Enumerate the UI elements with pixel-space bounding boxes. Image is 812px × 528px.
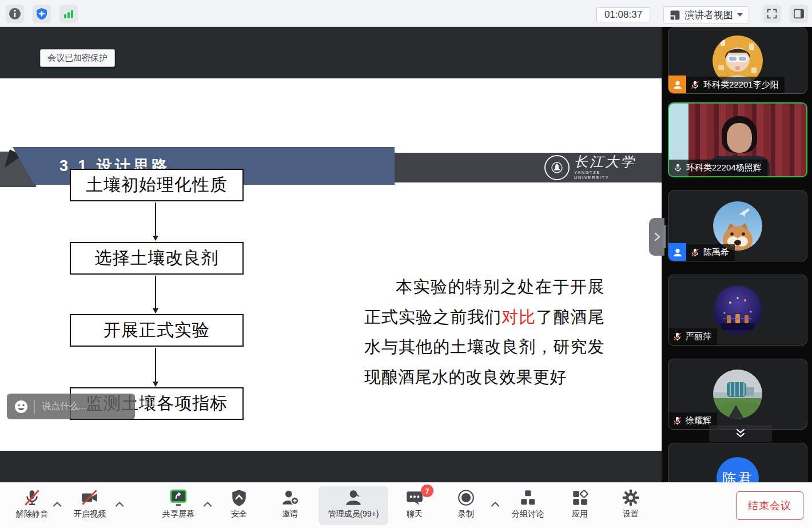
person-icon xyxy=(672,247,683,257)
chevron-right-icon xyxy=(653,232,661,242)
info-icon xyxy=(8,7,22,21)
button-label: 邀请 xyxy=(282,509,298,519)
flow-step-1: 土壤初始理化性质 xyxy=(70,169,244,201)
mic-muted-icon xyxy=(23,489,41,507)
unmute-button[interactable]: 解除静音 xyxy=(10,488,54,519)
button-label: 分组讨论 xyxy=(512,509,544,519)
meeting-window: 01:08:37 演讲者视图 会议已加密保护 xyxy=(0,0,812,528)
apps-icon xyxy=(571,489,589,507)
participant-tile-active-speaker[interactable]: 环科类22204杨照辉 xyxy=(668,102,807,177)
start-video-button[interactable]: 开启视频 xyxy=(68,488,112,519)
view-mode-selector[interactable]: 演讲者视图 xyxy=(663,6,749,23)
chevron-double-down-icon xyxy=(734,428,747,439)
record-icon xyxy=(457,489,475,507)
button-label: 共享屏幕 xyxy=(162,509,194,519)
button-label: 开启视频 xyxy=(74,509,106,519)
apps-button[interactable]: 应用 xyxy=(563,488,597,519)
button-label: 设置 xyxy=(623,509,639,519)
mic-muted-icon xyxy=(672,416,682,426)
panel-right-icon xyxy=(793,7,805,20)
meeting-toolbar: 解除静音 开启视频 xyxy=(0,482,812,528)
fullscreen-button[interactable] xyxy=(763,5,781,23)
button-label: 安全 xyxy=(231,509,247,519)
end-meeting-label: 结束会议 xyxy=(748,499,791,513)
breakout-rooms-button[interactable]: 分组讨论 xyxy=(507,488,549,519)
signal-bars-icon xyxy=(62,7,75,21)
share-screen-icon xyxy=(169,489,188,507)
encryption-tooltip: 会议已加密保护 xyxy=(40,49,115,67)
participant-tile[interactable]: 环科类22201李少阳 xyxy=(668,27,807,94)
flow-step-2: 选择土壤改良剂 xyxy=(70,242,244,275)
participant-name: 严丽萍 xyxy=(686,331,711,342)
participant-name: 环科类22204杨照辉 xyxy=(686,162,762,173)
paragraph-text-highlight: 对比 xyxy=(501,308,536,326)
meeting-timer: 01:08:37 xyxy=(596,7,650,22)
participant-tile[interactable]: 徐耀辉 xyxy=(668,359,807,430)
security-button[interactable]: 安全 xyxy=(222,488,256,519)
security-shield-icon xyxy=(230,489,248,507)
mic-muted-icon xyxy=(690,80,700,90)
divider xyxy=(34,400,35,414)
flow-arrow-2 xyxy=(155,276,156,313)
participant-tile[interactable]: 严丽萍 xyxy=(668,275,807,346)
button-label: 管理成员(99+) xyxy=(328,509,379,519)
record-options-caret[interactable] xyxy=(491,499,500,510)
sidebar-toggle-button[interactable] xyxy=(790,5,808,23)
avatar xyxy=(713,285,762,335)
participants-scroll-down-button[interactable] xyxy=(709,425,772,442)
chat-quick-input[interactable]: 说点什么... xyxy=(7,394,135,419)
mic-active-icon xyxy=(673,163,683,173)
invite-user-icon xyxy=(281,489,299,507)
video-options-caret[interactable] xyxy=(115,499,124,510)
participant-name: 徐耀辉 xyxy=(686,415,711,426)
settings-button[interactable]: 设置 xyxy=(614,488,648,519)
mic-options-caret[interactable] xyxy=(53,499,62,510)
meeting-info-button[interactable] xyxy=(6,5,24,23)
share-options-caret[interactable] xyxy=(203,499,212,510)
sidebar-collapse-button[interactable] xyxy=(649,218,664,256)
flow-arrow-3 xyxy=(155,348,156,386)
view-mode-label: 演讲者视图 xyxy=(684,9,733,22)
flow-step-3: 开展正式实验 xyxy=(70,314,244,347)
members-icon xyxy=(344,489,363,507)
logo-english-name: YANGTZE UNIVERSITY xyxy=(574,170,636,180)
meeting-security-button[interactable] xyxy=(33,5,51,23)
timer-value: 01:08:37 xyxy=(604,9,642,21)
manage-members-button[interactable]: 管理成员(99+) xyxy=(320,488,387,519)
record-button[interactable]: 录制 xyxy=(449,488,483,519)
cohost-badge xyxy=(668,243,686,261)
top-bar: 01:08:37 演讲者视图 xyxy=(0,0,812,27)
slide-paragraph: 本实验的特别之处在于开展正式实验之前我们对比了酿酒尾水与其他的土壤改良剂，研究发… xyxy=(364,272,604,392)
camera-off-icon xyxy=(80,489,99,507)
layout-icon xyxy=(670,10,680,21)
button-label: 解除静音 xyxy=(16,509,48,519)
university-logo: 长江大学 YANGTZE UNIVERSITY xyxy=(544,153,636,182)
button-label: 应用 xyxy=(572,509,588,519)
participants-sidebar: 环科类22201李少阳 环科类22204杨照辉 xyxy=(662,27,812,528)
settings-gear-icon xyxy=(622,489,640,507)
participant-tile[interactable]: 陈禹希 xyxy=(668,190,807,261)
sidebar-drag-handle[interactable] xyxy=(663,225,667,248)
shield-plus-icon xyxy=(35,7,49,21)
chat-unread-badge: 7 xyxy=(421,485,433,497)
end-meeting-button[interactable]: 结束会议 xyxy=(736,491,803,520)
chat-input-placeholder: 说点什么... xyxy=(42,400,86,412)
person-icon xyxy=(672,80,683,90)
host-badge xyxy=(668,76,686,93)
mic-muted-icon xyxy=(690,248,700,257)
university-seal-icon xyxy=(544,155,570,180)
avatar xyxy=(713,201,762,251)
encryption-tooltip-text: 会议已加密保护 xyxy=(47,53,108,62)
fullscreen-icon xyxy=(766,7,778,20)
invite-button[interactable]: 邀请 xyxy=(273,488,307,519)
logo-chinese-name: 长江大学 xyxy=(574,155,636,169)
avatar xyxy=(713,370,762,419)
shared-screen-stage: 会议已加密保护 3.1 设计思路 xyxy=(0,27,662,482)
flow-arrow-1 xyxy=(155,203,156,240)
mic-muted-icon xyxy=(672,332,682,342)
participant-name: 陈禹希 xyxy=(703,247,729,258)
network-quality-button[interactable] xyxy=(59,5,78,23)
emoji-icon[interactable] xyxy=(14,399,29,414)
share-screen-button[interactable]: 共享屏幕 xyxy=(157,488,200,519)
button-label: 录制 xyxy=(458,509,474,519)
